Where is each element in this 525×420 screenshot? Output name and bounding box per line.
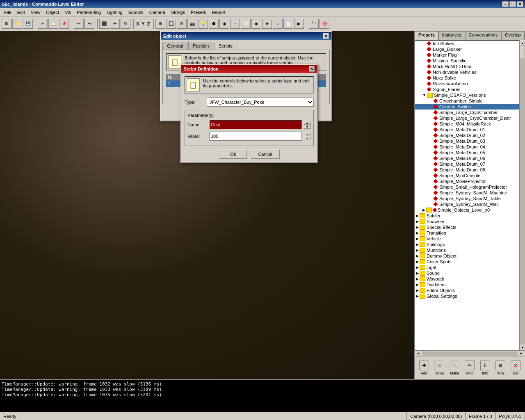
tree-item[interactable]: ▶Soldier xyxy=(415,213,519,219)
tree-item[interactable]: Simple_MovieProjector xyxy=(415,178,519,184)
tree-item[interactable]: Simple_MetalDrum_03 xyxy=(415,138,519,144)
tree-item[interactable]: Marker Flag xyxy=(415,52,519,58)
tb-move[interactable]: ✛ xyxy=(110,19,120,29)
tab-general[interactable]: General xyxy=(162,42,187,50)
tree-item[interactable]: Simple_Large_CryoChamber xyxy=(415,110,519,115)
menu-vis[interactable]: Vis xyxy=(62,9,73,16)
tree-item[interactable]: Large_Blocker xyxy=(415,46,519,52)
tree-item[interactable]: ▶Sound xyxy=(415,270,519,276)
tree-item[interactable]: Simple_MiniConsole xyxy=(415,173,519,178)
tb-cut[interactable]: ✂ xyxy=(38,19,48,29)
tb-path[interactable]: ◉ xyxy=(219,19,229,29)
tree-item[interactable]: Simple_M04_MissileRack xyxy=(415,121,519,127)
scroll-up[interactable]: ▲ xyxy=(520,40,525,46)
temp-button[interactable]: ⊞ Temp xyxy=(433,360,446,376)
tree-item[interactable]: ▼Simple_DSAPO_Versions xyxy=(415,92,519,98)
value-spin-down[interactable]: ▼ xyxy=(304,136,311,140)
tree-item[interactable]: Simple_Sydney_SandM_Machine xyxy=(415,190,519,196)
tree-item[interactable]: Non-drivable Vehicles xyxy=(415,69,519,75)
tree-item[interactable]: Simple_MetalDrum_02 xyxy=(415,132,519,138)
value-spin-up[interactable]: ▲ xyxy=(304,132,311,136)
expand-icon[interactable]: ▶ xyxy=(416,294,419,298)
tb-save[interactable]: 💾 xyxy=(23,19,33,29)
tree-item[interactable]: ▶Editor Objects xyxy=(415,288,519,293)
tb-select[interactable]: ⬛ xyxy=(99,19,109,29)
tree-item[interactable]: Simple_MetalDrum_04 xyxy=(415,144,519,150)
del-button[interactable]: ✕ Del xyxy=(509,360,522,376)
expand-icon[interactable]: ▼ xyxy=(422,93,426,97)
maximize-button[interactable]: □ xyxy=(509,1,516,7)
tb-paste[interactable]: 📌 xyxy=(59,19,69,29)
menu-view[interactable]: View xyxy=(28,9,43,16)
tab-scripts[interactable]: Scripts xyxy=(214,42,237,50)
tb-align[interactable]: ⊟ xyxy=(177,19,187,29)
tree-item[interactable]: Simple_Sydney_SandM_Table xyxy=(415,196,519,201)
tree-item[interactable]: Cryochamber_Simple xyxy=(415,98,519,104)
expand-icon[interactable]: ▶ xyxy=(416,214,419,218)
tree-item[interactable]: Simple_Sydney_SandM_Wall xyxy=(415,201,519,207)
tb-camera[interactable]: 📷 xyxy=(187,19,197,29)
mod-button[interactable]: ✏ Mod xyxy=(463,360,476,376)
tb-redo[interactable]: ↪ xyxy=(84,19,94,29)
tree-item[interactable]: Simple_Large_CryoChamber_Destr xyxy=(415,115,519,121)
script-def-close[interactable]: ✕ xyxy=(309,66,315,72)
tab-overlap[interactable]: Overlap xyxy=(501,31,525,40)
tree-item[interactable]: ▶Global Settings xyxy=(415,293,519,299)
script-def-title[interactable]: Script Definition ✕ xyxy=(181,65,317,73)
expand-icon[interactable]: ▶ xyxy=(416,271,419,275)
tb-grid[interactable]: ⊞ xyxy=(155,19,165,29)
scroll-left[interactable]: ◄ xyxy=(415,351,421,356)
tree-item[interactable]: ▶Twiddlers xyxy=(415,282,519,288)
menu-camera[interactable]: Camera xyxy=(147,9,168,16)
tree-item[interactable]: Nuke Strike xyxy=(415,75,519,81)
name-spin-up[interactable]: ▲ xyxy=(304,121,311,125)
menu-lighting[interactable]: Lighting xyxy=(104,9,125,16)
tb-rotate[interactable]: ↻ xyxy=(121,19,130,29)
add-button[interactable]: ✚ Add xyxy=(418,360,431,376)
tb-view-top[interactable]: 🔭 xyxy=(309,19,319,29)
tree-item[interactable]: Simple_MetalDrum_08 xyxy=(415,167,519,173)
tree-item[interactable]: Simple_MetalDrum_01 xyxy=(415,127,519,132)
tree-item[interactable]: ▶Dummy Object xyxy=(415,253,519,259)
value-input[interactable] xyxy=(210,132,302,141)
tree-item[interactable]: Raveshaw Ammo xyxy=(415,81,519,87)
tree-item[interactable]: Mission_Specific xyxy=(415,58,519,64)
viewport[interactable]: Edit object ✕ General Position Scripts 📋… xyxy=(0,31,414,379)
expand-icon[interactable]: ▶ xyxy=(416,248,419,252)
tree-area[interactable]: Ion StrikesLarge_BlockerMarker FlagMissi… xyxy=(415,40,519,350)
menu-file[interactable]: File xyxy=(2,9,14,16)
scroll-right[interactable]: ► xyxy=(518,351,524,356)
tree-item[interactable]: Simple_MetalDrum_05 xyxy=(415,150,519,155)
scroll-thumb[interactable] xyxy=(520,46,525,58)
tb-spawn[interactable]: ◆ xyxy=(251,19,261,29)
script-def-ok[interactable]: Ok xyxy=(219,149,247,159)
tree-item[interactable]: Mock HoNOD Door xyxy=(415,64,519,69)
tree-item[interactable]: ▶Simple_Objects_Level_x0 xyxy=(415,207,519,213)
expand-icon[interactable]: ▶ xyxy=(416,225,419,229)
expand-icon[interactable]: ▶ xyxy=(416,260,419,264)
tb-copy[interactable]: 📋 xyxy=(48,19,58,29)
close-button[interactable]: ✕ xyxy=(517,1,523,7)
tb-snap[interactable]: 🔲 xyxy=(166,19,176,29)
tb-sound[interactable]: ♪ xyxy=(273,19,283,29)
tb-box[interactable]: ⬜ xyxy=(241,19,251,29)
menu-sounds[interactable]: Sounds xyxy=(126,9,146,16)
tab-conversations[interactable]: Conversations xyxy=(465,31,501,40)
expand-icon[interactable]: ▶ xyxy=(416,277,419,281)
edit-object-title[interactable]: Edit object ✕ xyxy=(161,32,331,40)
script-def-cancel[interactable]: Cancel xyxy=(251,149,279,159)
tree-item[interactable]: Simple_MetalDrum_06 xyxy=(415,155,519,161)
menu-object[interactable]: Object xyxy=(43,9,62,16)
expand-icon[interactable]: ▶ xyxy=(416,288,419,292)
expand-icon[interactable]: ▶ xyxy=(416,231,419,235)
expand-icon[interactable]: ▶ xyxy=(416,254,419,258)
tree-item[interactable]: Signal_Flares xyxy=(415,87,519,92)
edit-object-close[interactable]: ✕ xyxy=(323,33,329,39)
tree-item[interactable]: ▶Light xyxy=(415,265,519,270)
menu-strings[interactable]: Strings xyxy=(169,9,187,16)
scroll-down[interactable]: ▼ xyxy=(520,345,525,350)
expand-icon[interactable]: ▶ xyxy=(416,265,419,269)
tree-scrollbar[interactable]: ▲ ▼ xyxy=(519,40,525,350)
tree-item[interactable]: ▶Vehicle xyxy=(415,236,519,242)
tree-item[interactable]: Generic_Switch xyxy=(415,104,519,110)
